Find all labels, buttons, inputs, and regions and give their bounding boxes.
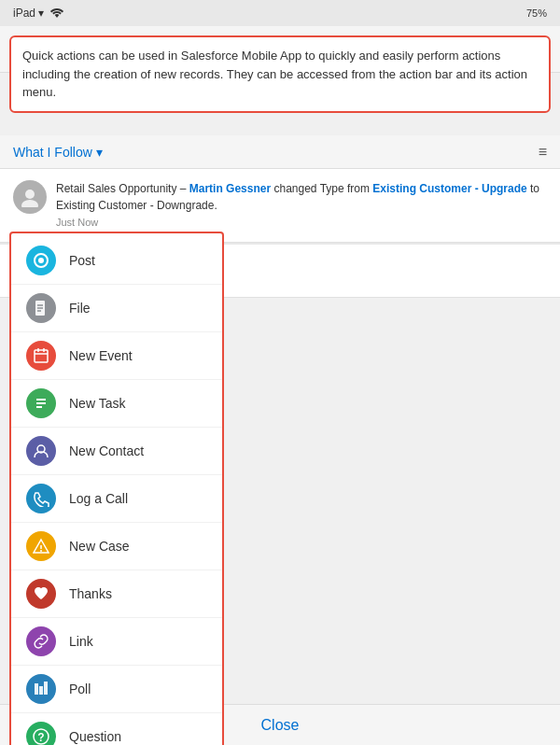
status-right: 75% (526, 7, 547, 19)
feed-text-1: Retail Sales Opportunity – Martin Gessne… (56, 180, 547, 231)
svg-rect-22 (44, 682, 48, 695)
action-item-log-call[interactable]: Log a Call (11, 475, 222, 523)
feed-from-type: Existing Customer - Upgrade (372, 182, 526, 195)
action-item-new-task[interactable]: New Task (11, 380, 222, 428)
log-call-label: Log a Call (69, 491, 128, 506)
battery-label: 75% (526, 7, 547, 19)
link-label: Link (69, 634, 93, 649)
poll-icon (26, 674, 56, 704)
svg-text:?: ? (37, 731, 44, 744)
action-item-link[interactable]: Link (11, 618, 222, 666)
device-label: iPad ▾ (13, 7, 44, 20)
question-label: Question (69, 729, 121, 744)
action-item-new-contact[interactable]: New Contact (11, 428, 222, 475)
tooltip-box: Quick actions can be used in Salesforce … (9, 35, 551, 113)
new-task-icon (26, 388, 56, 418)
svg-rect-9 (35, 350, 48, 362)
post-label: Post (69, 253, 95, 268)
poll-label: Poll (69, 682, 91, 696)
wifi-icon (49, 7, 64, 21)
action-item-new-case[interactable]: New Case (11, 523, 222, 570)
status-bar: iPad ▾ 75% (0, 0, 560, 26)
question-icon: ? (26, 722, 56, 745)
file-label: File (69, 301, 91, 316)
feed-opportunity-label: Retail Sales Opportunity – (56, 182, 189, 195)
new-event-icon (26, 341, 56, 371)
dropdown-chevron-icon: ▾ (96, 145, 103, 160)
action-item-question[interactable]: ?Question (11, 713, 222, 745)
feed-timestamp: Just Now (56, 217, 98, 228)
action-item-file[interactable]: File (11, 285, 222, 332)
sub-nav: What I Follow ▾ ≡ (0, 135, 560, 169)
svg-point-0 (25, 190, 35, 199)
new-task-label: New Task (69, 396, 125, 411)
thanks-icon (26, 579, 56, 609)
feed-user-name: Martin Gessner (189, 182, 271, 195)
filter-icon[interactable]: ≡ (539, 144, 547, 161)
file-icon (26, 293, 56, 323)
action-item-poll[interactable]: Poll (11, 666, 222, 713)
new-contact-label: New Contact (69, 443, 144, 458)
new-contact-icon (26, 436, 56, 466)
svg-point-1 (21, 200, 38, 207)
new-case-icon (26, 531, 56, 561)
feed-avatar-1 (13, 180, 47, 214)
svg-point-19 (40, 550, 42, 552)
action-menu: PostFileNew EventNew TaskNew ContactLog … (9, 232, 224, 745)
tooltip-text: Quick actions can be used in Salesforce … (22, 49, 527, 99)
post-icon (26, 246, 56, 275)
svg-point-4 (38, 258, 44, 263)
svg-rect-20 (35, 683, 38, 695)
what-follow-label: What I Follow (13, 145, 92, 160)
status-left: iPad ▾ (13, 7, 64, 21)
action-item-thanks[interactable]: Thanks (11, 570, 222, 618)
what-follow-filter[interactable]: What I Follow ▾ (13, 145, 103, 160)
close-button[interactable]: Close (261, 717, 300, 734)
link-icon (26, 626, 56, 656)
new-event-label: New Event (69, 348, 133, 363)
svg-rect-21 (39, 686, 43, 695)
action-item-post[interactable]: Post (11, 237, 222, 285)
feed-changed-label: changed Type from (273, 182, 372, 195)
action-item-new-event[interactable]: New Event (11, 332, 222, 380)
new-case-label: New Case (69, 539, 130, 554)
log-call-icon (26, 484, 56, 513)
thanks-label: Thanks (69, 586, 112, 601)
